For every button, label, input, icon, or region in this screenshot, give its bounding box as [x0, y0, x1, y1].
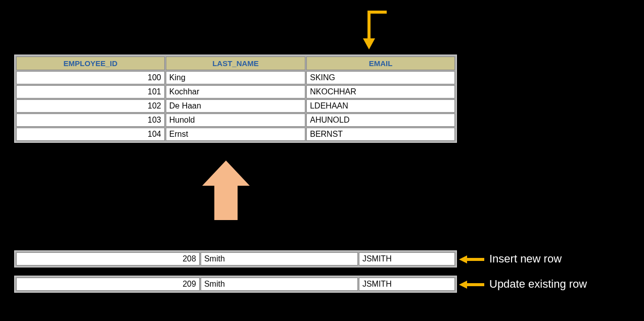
table-row: 103 Hunold AHUNOLD: [16, 114, 455, 127]
cell-email: LDEHAAN: [306, 99, 455, 113]
cell-last-name: Hunold: [166, 114, 305, 127]
insert-row-table: 208 Smith JSMITH: [14, 250, 457, 268]
table-row: 104 Ernst BERNST: [16, 128, 455, 141]
cell-employee-id: 103: [16, 114, 165, 127]
svg-marker-1: [202, 161, 250, 220]
table-row: 102 De Haan LDEHAAN: [16, 99, 455, 113]
svg-marker-0: [363, 38, 375, 49]
employees-table: EMPLOYEE_ID LAST_NAME EMAIL 100 King SKI…: [14, 55, 457, 143]
table-row: 101 Kochhar NKOCHHAR: [16, 85, 455, 98]
col-header-employee-id: EMPLOYEE_ID: [16, 57, 165, 70]
col-header-last-name: LAST_NAME: [166, 57, 305, 70]
cell-email: SKING: [306, 71, 455, 84]
svg-marker-5: [459, 281, 467, 289]
cell-employee-id: 100: [16, 71, 165, 84]
cell-employee-id: 208: [16, 252, 200, 265]
label-insert-row: Insert new row: [489, 252, 562, 265]
cell-employee-id: 101: [16, 85, 165, 98]
cell-last-name: Kochhar: [166, 85, 305, 98]
cell-email: AHUNOLD: [306, 114, 455, 127]
table-row: 208 Smith JSMITH: [16, 252, 455, 265]
arrow-left-icon: [459, 280, 484, 290]
col-header-email: EMAIL: [306, 57, 455, 70]
cell-email: NKOCHHAR: [306, 85, 455, 98]
arrow-up-icon: [202, 161, 250, 220]
cell-last-name: Smith: [201, 252, 358, 265]
cell-employee-id: 209: [16, 278, 200, 291]
cell-email: JSMITH: [359, 252, 455, 265]
label-update-row: Update existing row: [489, 278, 587, 291]
table-row: 209 Smith JSMITH: [16, 278, 455, 291]
cell-last-name: King: [166, 71, 305, 84]
arrow-down-icon: [359, 10, 389, 50]
arrow-left-icon: [459, 254, 484, 264]
cell-last-name: Smith: [201, 278, 358, 291]
table-row: 100 King SKING: [16, 71, 455, 84]
cell-employee-id: 102: [16, 99, 165, 113]
cell-last-name: De Haan: [166, 99, 305, 113]
cell-email: JSMITH: [359, 278, 455, 291]
svg-marker-3: [459, 255, 467, 263]
cell-email: BERNST: [306, 128, 455, 141]
cell-last-name: Ernst: [166, 128, 305, 141]
update-row-table: 209 Smith JSMITH: [14, 276, 457, 293]
table-header-row: EMPLOYEE_ID LAST_NAME EMAIL: [16, 57, 455, 70]
cell-employee-id: 104: [16, 128, 165, 141]
